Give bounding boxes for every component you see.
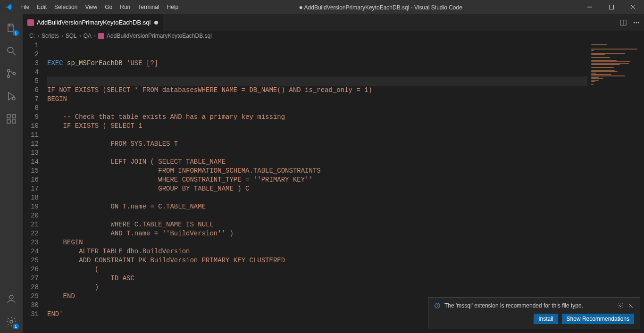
code-line[interactable]: FROM SYS.TABLES T	[47, 140, 644, 149]
svg-point-19	[636, 22, 637, 23]
split-editor-icon[interactable]	[619, 19, 627, 26]
code-line[interactable]: ID ASC	[47, 274, 644, 283]
modified-indicator: ●	[299, 3, 302, 11]
accounts-icon[interactable]	[0, 288, 23, 310]
settings-badge: 1	[13, 324, 19, 329]
notification-message: The 'mssql' extension is recommended for…	[444, 302, 613, 309]
menu-item-edit[interactable]: Edit	[33, 0, 50, 14]
show-recommendations-button[interactable]: Show Recommendations	[562, 314, 634, 324]
code-line[interactable]: WHERE CONSTRAINT_TYPE = ''PRIMARY KEY''	[47, 175, 644, 184]
info-icon	[434, 302, 441, 309]
svg-point-20	[638, 22, 639, 23]
menu-item-view[interactable]: View	[81, 0, 101, 14]
explorer-badge: 1	[13, 30, 19, 36]
title-filename: AddBuildVersionPrimaryKeytoEachDB.sql	[304, 4, 410, 11]
svg-rect-13	[12, 115, 16, 118]
code-line[interactable]: BEGIN	[47, 95, 644, 104]
close-icon[interactable]	[627, 302, 634, 309]
code-line[interactable]: WHERE C.TABLE_NAME IS NULL	[47, 220, 644, 229]
editor-actions	[616, 14, 644, 31]
titlebar: FileEditSelectionViewGoRunTerminalHelp ●…	[0, 0, 644, 14]
code-editor[interactable]: 1234567891011121314151617181920212223242…	[23, 41, 644, 333]
menu-item-selection[interactable]: Selection	[50, 0, 81, 14]
code-line[interactable]	[47, 41, 644, 50]
code-line[interactable]: ON T.name = C.TABLE_NAME	[47, 202, 644, 211]
menu-item-go[interactable]: Go	[101, 0, 116, 14]
tab-current-file[interactable]: AddBuildVersionPrimaryKeytoEachDB.sql	[23, 14, 163, 31]
code-line[interactable]	[47, 50, 644, 59]
breadcrumb-seg[interactable]: AddBuildVersionPrimaryKeytoEachDB.sql	[107, 33, 212, 39]
breadcrumb[interactable]: C:› Scripts› SQL› QA› AddBuildVersionPri…	[23, 31, 644, 41]
svg-rect-11	[7, 120, 10, 123]
explorer-icon[interactable]: 1	[0, 17, 23, 40]
window-title: ● AddBuildVersionPrimaryKeytoEachDB.sql …	[182, 3, 579, 11]
svg-point-23	[437, 304, 438, 305]
code-line[interactable]: )	[47, 283, 644, 292]
code-line[interactable]	[47, 193, 644, 202]
svg-rect-1	[610, 5, 614, 9]
window-controls	[579, 0, 644, 14]
code-line[interactable]: EXEC sp_MSForEachDB 'USE [?]	[47, 59, 644, 68]
code-line[interactable]: AND T.name = ''BuildVersion'' )	[47, 229, 644, 238]
code-line[interactable]: (	[47, 265, 644, 274]
install-button[interactable]: Install	[534, 314, 558, 324]
svg-point-7	[8, 75, 10, 78]
sql-file-icon	[27, 19, 34, 26]
settings-icon[interactable]: 1	[0, 310, 23, 333]
svg-line-5	[13, 52, 16, 55]
code-line[interactable]: IF EXISTS ( SELECT 1	[47, 122, 644, 131]
close-button[interactable]	[622, 0, 644, 14]
notification-toast: The 'mssql' extension is recommended for…	[428, 297, 640, 329]
breadcrumb-seg[interactable]: SQL	[66, 33, 77, 39]
gear-icon[interactable]	[617, 302, 624, 309]
svg-point-24	[619, 305, 621, 307]
breadcrumb-seg[interactable]: QA	[84, 33, 92, 39]
code-line[interactable]: GROUP BY TABLE_NAME ) C	[47, 184, 644, 193]
svg-point-4	[8, 47, 13, 53]
more-actions-icon[interactable]	[633, 19, 640, 26]
minimize-button[interactable]	[579, 0, 601, 14]
code-line[interactable]: -- Check that table exists AND has a pri…	[47, 113, 644, 122]
svg-point-18	[634, 22, 635, 23]
menu-item-run[interactable]: Run	[116, 0, 134, 14]
code-line[interactable]	[47, 211, 644, 220]
tab-label: AddBuildVersionPrimaryKeytoEachDB.sql	[37, 19, 151, 26]
code-line[interactable]: LEFT JOIN ( SELECT TABLE_NAME	[47, 158, 644, 166]
code-line[interactable]	[47, 68, 644, 77]
svg-point-8	[13, 73, 16, 75]
menu-item-help[interactable]: Help	[163, 0, 183, 14]
activity-bar: 1 1	[0, 14, 23, 333]
maximize-button[interactable]	[601, 0, 622, 14]
search-icon[interactable]	[0, 40, 23, 62]
code-content[interactable]: EXEC sp_MSForEachDB 'USE [?]IF NOT EXIST…	[47, 41, 644, 333]
svg-point-15	[10, 320, 13, 323]
code-line[interactable]	[47, 149, 644, 158]
code-line[interactable]	[47, 77, 644, 86]
tab-modified-dot	[154, 21, 158, 25]
svg-rect-12	[12, 120, 16, 123]
code-line[interactable]: ALTER TABLE dbo.BuildVersion	[47, 247, 644, 256]
breadcrumb-seg[interactable]: Scripts	[42, 33, 59, 39]
menu-item-terminal[interactable]: Terminal	[134, 0, 163, 14]
editor-tabs: AddBuildVersionPrimaryKeytoEachDB.sql	[23, 14, 644, 31]
extensions-icon[interactable]	[0, 108, 23, 130]
source-control-icon[interactable]	[0, 62, 23, 85]
code-line[interactable]: BEGIN	[47, 238, 644, 247]
code-line[interactable]	[47, 131, 644, 140]
line-number-gutter: 1234567891011121314151617181920212223242…	[23, 41, 47, 333]
menu-item-file[interactable]: File	[17, 0, 33, 14]
svg-point-9	[12, 97, 15, 100]
code-line[interactable]: IF NOT EXISTS (SELECT * FROM databasesWH…	[47, 86, 644, 95]
vscode-icon	[0, 3, 17, 11]
svg-point-14	[9, 295, 13, 299]
editor-area: AddBuildVersionPrimaryKeytoEachDB.sql C:…	[23, 14, 644, 333]
code-line[interactable]	[47, 104, 644, 113]
run-debug-icon[interactable]	[0, 85, 23, 108]
breadcrumb-seg[interactable]: C:	[29, 33, 35, 39]
code-line[interactable]: ADD CONSTRAINT PK_BuildVersion PRIMARY K…	[47, 256, 644, 265]
title-app: Visual Studio Code	[414, 4, 462, 11]
code-line[interactable]: FROM INFORMATION_SCHEMA.TABLE_CONSTRAINT…	[47, 166, 644, 175]
minimap[interactable]	[587, 41, 644, 333]
svg-point-6	[8, 70, 10, 72]
sql-file-icon	[98, 33, 104, 39]
